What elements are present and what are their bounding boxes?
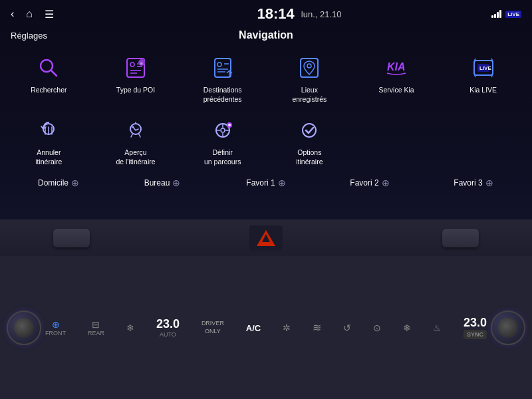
- shortcut-domicile[interactable]: Domicile ⊕: [7, 178, 110, 188]
- shortcut-label-bureau: Bureau: [144, 178, 170, 188]
- left-temp: 23.0: [156, 317, 180, 331]
- home-button[interactable]: ⌂: [26, 8, 33, 20]
- kia-live-icon: LIVE: [469, 53, 498, 82]
- grid-item-apercu[interactable]: Aperçude l'itinéraire: [94, 110, 178, 170]
- svg-text:LIVE: LIVE: [479, 65, 491, 71]
- top-bar-left: ‹ ⌂ ☰: [11, 8, 144, 21]
- recirculate-icon: ↺: [343, 323, 351, 333]
- top-bar: ‹ ⌂ ☰ 18:14 lun., 21.10 LIVE: [0, 0, 532, 28]
- grid-label-definir: Définirun parcours: [204, 148, 241, 166]
- apercu-icon: [121, 116, 150, 145]
- climate-knob-left-inner: [14, 318, 34, 338]
- annuler-icon: [34, 116, 63, 145]
- svg-text:KIA: KIA: [387, 61, 406, 72]
- grid-item-type-poi[interactable]: ≡ Type du POI: [94, 48, 178, 108]
- grid-item-destinations[interactable]: Destinationsprécédentes: [180, 48, 265, 108]
- grid-label-service-kia: Service Kia: [378, 86, 414, 95]
- shortcut-bureau[interactable]: Bureau ⊕: [110, 178, 214, 188]
- grid-item-options[interactable]: Optionsitinéraire: [267, 110, 352, 170]
- grid-item-empty-2: [441, 110, 525, 170]
- climate-knob-right[interactable]: [491, 311, 525, 345]
- defrost-icon-group: ❄: [126, 323, 134, 333]
- grid-item-annuler[interactable]: Annuleritinéraire: [7, 110, 91, 170]
- grid-item-definir[interactable]: Définirun parcours: [180, 110, 265, 170]
- rear-icon-group: ⊟ REAR: [88, 319, 104, 336]
- shortcut-label-favori2: Favori 2: [350, 178, 378, 188]
- ac-label: A/C: [246, 323, 261, 333]
- grid-item-empty-1: [354, 110, 439, 170]
- svg-point-28: [132, 126, 134, 128]
- fan-speed-icon: ≋: [313, 321, 321, 334]
- kia-icon: KIA: [382, 53, 411, 82]
- top-bar-right: LIVE: [455, 10, 521, 18]
- grid-label-destinations: Destinationsprécédentes: [203, 86, 242, 104]
- phys-btn-right[interactable]: [442, 229, 479, 247]
- auto-label: AUTO: [156, 331, 180, 338]
- navigation-screen: ‹ ⌂ ☰ 18:14 lun., 21.10 LIVE Réglages Na…: [0, 0, 532, 219]
- settings-label[interactable]: Réglages: [11, 31, 144, 41]
- shortcut-label-favori1: Favori 1: [246, 178, 275, 188]
- shortcut-favori1[interactable]: Favori 1 ⊕: [214, 178, 318, 188]
- rear-icon: ⊟: [92, 319, 100, 330]
- mode-icon: ⊙: [373, 323, 381, 333]
- date-display: lun., 21.10: [301, 9, 342, 19]
- phys-btn-left[interactable]: [53, 229, 90, 247]
- left-temp-group[interactable]: 23.0 AUTO: [156, 317, 180, 338]
- grid-item-service-kia[interactable]: KIA Service Kia: [354, 48, 439, 108]
- svg-point-38: [303, 124, 316, 137]
- climate-row: ⊕ FRONT ⊟ REAR ❄ 23.0 AUTO DRIVERONLY A/…: [0, 256, 532, 399]
- fan-speed-group: ≋: [313, 321, 321, 334]
- grid-row-1: Rechercher ≡ Type du POI: [0, 45, 532, 110]
- menu-button[interactable]: ☰: [45, 8, 54, 21]
- shortcut-plus-favori1[interactable]: ⊕: [278, 178, 286, 188]
- svg-point-18: [307, 64, 311, 68]
- grid-label-apercu: Aperçude l'itinéraire: [116, 148, 155, 166]
- grid-label-rechercher: Rechercher: [31, 86, 66, 95]
- svg-rect-11: [215, 59, 231, 77]
- rear-label: REAR: [88, 330, 104, 336]
- grid-label-type-poi: Type du POI: [116, 86, 155, 95]
- live-badge: LIVE: [505, 11, 521, 18]
- top-bar-center: 18:14 lun., 21.10: [144, 5, 455, 23]
- snowflake-icon: ✲: [283, 323, 291, 333]
- svg-point-34: [221, 128, 225, 132]
- physical-area: ⊕ FRONT ⊟ REAR ❄ 23.0 AUTO DRIVERONLY A/…: [0, 219, 532, 399]
- shortcut-plus-favori3[interactable]: ⊕: [485, 178, 493, 188]
- shortcut-favori3[interactable]: Favori 3 ⊕: [422, 178, 525, 188]
- shortcut-favori2[interactable]: Favori 2 ⊕: [318, 178, 422, 188]
- poi-icon: ≡: [121, 53, 150, 82]
- hazard-button[interactable]: [249, 225, 283, 251]
- grid-item-kia-live[interactable]: LIVE Kia LIVE: [441, 48, 525, 108]
- shortcut-plus-favori2[interactable]: ⊕: [382, 178, 390, 188]
- shortcut-plus-bureau[interactable]: ⊕: [172, 178, 180, 188]
- front-label: FRONT: [45, 330, 66, 336]
- options-icon: [295, 116, 324, 145]
- hazard-triangle-icon: [257, 230, 275, 246]
- right-temp: 23.0: [464, 316, 487, 330]
- definir-icon: [208, 116, 237, 145]
- search-icon: [34, 53, 63, 82]
- grid-row-2: Annuleritinéraire Aperçude l'itinéraire: [0, 110, 532, 173]
- right-temp-group[interactable]: 23.0 SYNC: [464, 316, 487, 339]
- svg-point-3: [130, 63, 134, 66]
- climate-controls: ⊕ FRONT ⊟ REAR ❄ 23.0 AUTO DRIVERONLY A/…: [45, 316, 487, 339]
- signal-icon: [491, 10, 501, 18]
- back-button[interactable]: ‹: [11, 8, 14, 20]
- sync-label[interactable]: SYNC: [464, 330, 487, 339]
- shortcuts-row: Domicile ⊕ Bureau ⊕ Favori 1 ⊕ Favori 2 …: [0, 175, 532, 191]
- shortcut-plus-domicile[interactable]: ⊕: [71, 178, 79, 188]
- nav-label-row: Réglages Navigation: [0, 28, 532, 45]
- grid-item-rechercher[interactable]: Rechercher: [7, 48, 91, 108]
- grid-label-kia-live: Kia LIVE: [469, 86, 497, 95]
- svg-point-12: [217, 63, 221, 66]
- shortcut-label-favori3: Favori 3: [454, 178, 482, 188]
- button-row: [0, 219, 532, 256]
- svg-point-27: [130, 124, 141, 134]
- nav-title: Navigation: [144, 29, 388, 41]
- ac-button[interactable]: A/C: [246, 322, 261, 334]
- driver-only-group[interactable]: DRIVERONLY: [201, 320, 224, 335]
- grid-item-lieux[interactable]: Lieuxenregistrés: [267, 48, 352, 108]
- ac-mode-icon: ❄: [403, 323, 411, 333]
- svg-text:≡: ≡: [140, 61, 143, 66]
- climate-knob-left[interactable]: [7, 311, 41, 345]
